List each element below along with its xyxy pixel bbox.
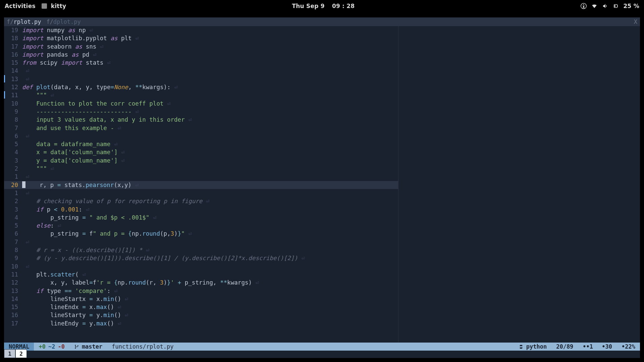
battery-percent: 25 %: [624, 3, 639, 9]
line-number: 4: [4, 214, 22, 222]
python-icon: [519, 344, 524, 349]
svg-point-1: [583, 4, 584, 5]
cursor-position: 20/89: [551, 343, 578, 350]
kitty-app-icon: [42, 3, 47, 9]
code-line[interactable]: 5 data = dataframe_name ⏎: [4, 140, 398, 148]
clock[interactable]: Thu Sep 9 09 : 28: [66, 3, 580, 9]
code-line[interactable]: 3 y = data['column_name'] ⏎: [4, 157, 398, 165]
editor-pane-right[interactable]: [398, 26, 640, 343]
editor-pane-left[interactable]: 19import numpy as np ⏎18import matplotli…: [4, 26, 398, 343]
code-line[interactable]: 9 --------------------------- ⏎: [4, 108, 398, 116]
line-number: 12: [4, 279, 22, 287]
code-line[interactable]: 17import seaborn as sns ⏎: [4, 43, 398, 51]
code-line[interactable]: 4 p_string = " and $p < .001$" ⏎: [4, 214, 398, 222]
svg-point-7: [77, 345, 78, 346]
line-number: 1: [4, 173, 22, 181]
code-line[interactable]: 5 else: ⏎: [4, 222, 398, 230]
battery-icon[interactable]: [613, 3, 619, 9]
terminal-window: f/rplot.py f/dplot.py X 19import numpy a…: [4, 17, 640, 358]
code-line[interactable]: 12def plot(data, x, y, type=None, **kwar…: [4, 83, 398, 91]
code-line[interactable]: 8 input 3 values data, x and y in this o…: [4, 116, 398, 124]
code-line[interactable]: 6 p_string = f" and p = {np.round(p,3)}"…: [4, 230, 398, 238]
code-line[interactable]: 12 x, y, label=f'r = {np.round(r, 3)}' +…: [4, 279, 398, 287]
accessibility-icon[interactable]: [581, 3, 587, 9]
code-line[interactable]: 2 """ ⏎: [4, 165, 398, 173]
svg-point-5: [75, 345, 76, 346]
statusline: NORMAL +0 ~2 -0 master functions/rplot.p…: [4, 343, 640, 351]
code-line[interactable]: 15from scipy import stats ⏎: [4, 59, 398, 67]
git-hunks: +0 ~2 -0: [34, 343, 69, 350]
code-line[interactable]: 3 if p < 0.001: ⏎: [4, 205, 398, 214]
activities-button[interactable]: Activities: [5, 3, 36, 9]
code-line[interactable]: 11 plt.scatter( ⏎: [4, 270, 398, 279]
code-line[interactable]: 17 lineEndy = y.max() ⏎: [4, 319, 398, 327]
svg-point-6: [75, 348, 76, 349]
code-line[interactable]: 9 # (y - y.describe()[1])).describe()[1]…: [4, 254, 398, 262]
code-line[interactable]: 1 ⏎: [4, 173, 398, 181]
line-number: 3: [4, 205, 22, 214]
code-line[interactable]: 10 Function to plot the corr coeff plot …: [4, 100, 398, 108]
code-line[interactable]: 14 lineStartx = x.min() ⏎: [4, 295, 398, 303]
kitty-tab-1[interactable]: 1: [4, 349, 15, 358]
line-number: 11: [4, 270, 22, 279]
code-line[interactable]: 19import numpy as np ⏎: [4, 26, 398, 34]
code-line[interactable]: 4 x = data['column_name'] ⏎: [4, 148, 398, 156]
tabline-close[interactable]: X: [634, 18, 637, 25]
line-number: 11: [4, 91, 22, 99]
line-number: 4: [4, 148, 22, 156]
svg-rect-3: [617, 6, 618, 7]
git-branch: master: [69, 343, 107, 350]
line-number: 20: [4, 181, 22, 189]
code-view[interactable]: 19import numpy as np ⏎18import matplotli…: [4, 26, 398, 327]
kitty-tabs: 1 2: [4, 349, 27, 358]
editor-area: 19import numpy as np ⏎18import matplotli…: [4, 26, 640, 343]
kitty-tab-2[interactable]: 2: [15, 349, 27, 358]
line-number: 17: [4, 43, 22, 51]
line-number: 8: [4, 246, 22, 254]
code-line[interactable]: 13 if type == 'compare': ⏎: [4, 287, 398, 295]
wifi-icon[interactable]: [591, 3, 597, 9]
line-number: 8: [4, 116, 22, 124]
line-number: 5: [4, 140, 22, 148]
line-number: 6: [4, 230, 22, 238]
code-line[interactable]: 15 lineEndx = x.max() ⏎: [4, 303, 398, 311]
code-line[interactable]: 7 and use this example - ⏎: [4, 124, 398, 132]
code-line[interactable]: 6 ⏎: [4, 132, 398, 140]
line-number: 14: [4, 295, 22, 303]
line-number: 17: [4, 319, 22, 327]
code-line[interactable]: 13 ⏎: [4, 75, 398, 83]
code-line[interactable]: 8 # r = x - ((x.describe()[1]) * ⏎: [4, 246, 398, 254]
current-app[interactable]: kitty: [42, 3, 66, 9]
code-line[interactable]: 11 """ ⏎: [4, 91, 398, 99]
code-line[interactable]: 2 # checking value of p for reporting p …: [4, 197, 398, 205]
line-number: 3: [4, 157, 22, 165]
line-number: 5: [4, 222, 22, 230]
line-number: 18: [4, 34, 22, 42]
tab-dplot[interactable]: f/dplot.py: [44, 17, 83, 26]
volume-icon[interactable]: [602, 3, 608, 9]
line-number: 9: [4, 254, 22, 262]
svg-rect-2: [614, 5, 617, 8]
branch-name: master: [82, 343, 102, 350]
code-line[interactable]: 7 ⏎: [4, 238, 398, 246]
code-line[interactable]: 14 ⏎: [4, 67, 398, 75]
svg-rect-4: [614, 5, 615, 7]
code-line[interactable]: 1 ⏎: [4, 189, 398, 197]
command-line[interactable]: [4, 351, 640, 358]
cursor: [22, 181, 25, 188]
buffer-tabline: f/rplot.py f/dplot.py X: [4, 17, 640, 26]
diagnostics: ••1 •30: [578, 343, 617, 350]
code-line[interactable]: 16 lineStarty = y.min() ⏎: [4, 311, 398, 319]
line-number: 10: [4, 100, 22, 108]
code-line[interactable]: 10 ⏎: [4, 262, 398, 270]
current-app-label: kitty: [51, 3, 66, 9]
desktop-topbar: Activities kitty Thu Sep 9 09 : 28 25 %: [0, 0, 644, 12]
code-line[interactable]: 20 r, p = stats.pearsonr(x,y) ⏎: [4, 181, 398, 189]
code-line[interactable]: 16import pandas as pd ⏎: [4, 51, 398, 59]
clock-day: Thu Sep 9: [292, 3, 325, 9]
line-number: 1: [4, 189, 22, 197]
line-number: 7: [4, 124, 22, 132]
code-line[interactable]: 18import matplotlib.pyplot as plt ⏎: [4, 34, 398, 42]
tab-rplot[interactable]: f/rplot.py: [4, 17, 44, 26]
line-number: 2: [4, 197, 22, 205]
